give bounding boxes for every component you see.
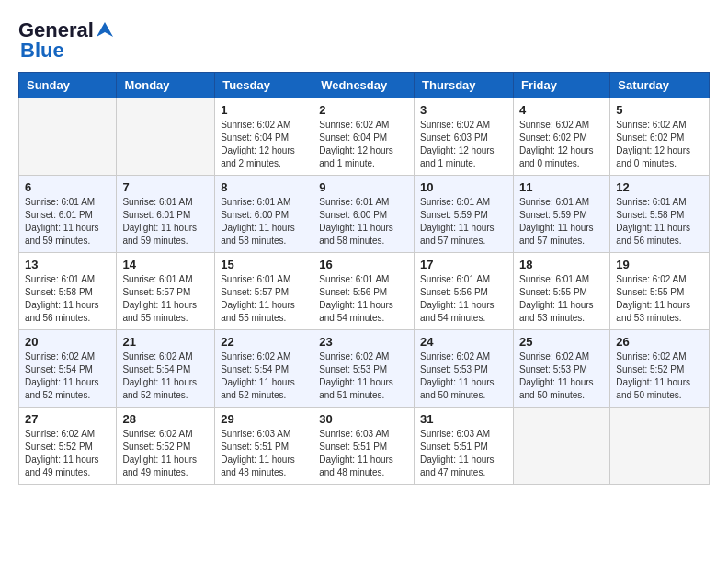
calendar-day: 9Sunrise: 6:01 AM Sunset: 6:00 PM Daylig…: [313, 176, 415, 253]
calendar-day: 18Sunrise: 6:01 AM Sunset: 5:55 PM Dayli…: [513, 253, 609, 330]
day-number: 11: [519, 180, 604, 194]
calendar-day: 13Sunrise: 6:01 AM Sunset: 5:58 PM Dayli…: [19, 253, 117, 330]
calendar-day: 14Sunrise: 6:01 AM Sunset: 5:57 PM Dayli…: [117, 253, 215, 330]
day-info: Sunrise: 6:02 AM Sunset: 5:54 PM Dayligh…: [221, 350, 307, 402]
calendar-day: [513, 408, 609, 485]
day-info: Sunrise: 6:03 AM Sunset: 5:51 PM Dayligh…: [319, 428, 408, 479]
day-number: 5: [616, 103, 703, 117]
day-info: Sunrise: 6:01 AM Sunset: 5:59 PM Dayligh…: [420, 196, 507, 247]
day-number: 20: [25, 335, 110, 349]
day-info: Sunrise: 6:02 AM Sunset: 6:02 PM Dayligh…: [616, 119, 703, 170]
column-header-sunday: Sunday: [19, 73, 117, 98]
day-info: Sunrise: 6:02 AM Sunset: 6:04 PM Dayligh…: [319, 119, 408, 170]
calendar-day: 29Sunrise: 6:03 AM Sunset: 5:51 PM Dayli…: [215, 408, 313, 485]
calendar-day: 17Sunrise: 6:01 AM Sunset: 5:56 PM Dayli…: [415, 253, 514, 330]
calendar-day: 23Sunrise: 6:02 AM Sunset: 5:53 PM Dayli…: [313, 330, 415, 408]
day-number: 16: [319, 258, 408, 271]
calendar-day: 31Sunrise: 6:03 AM Sunset: 5:51 PM Dayli…: [415, 408, 514, 485]
day-number: 15: [221, 258, 307, 271]
day-number: 30: [319, 412, 408, 426]
day-number: 7: [122, 180, 209, 194]
day-number: 26: [616, 335, 703, 349]
day-number: 6: [25, 180, 110, 194]
calendar-day: 11Sunrise: 6:01 AM Sunset: 5:59 PM Dayli…: [513, 176, 609, 253]
day-number: 22: [221, 335, 307, 349]
day-number: 10: [420, 180, 507, 194]
column-header-wednesday: Wednesday: [313, 73, 415, 98]
calendar-week-4: 20Sunrise: 6:02 AM Sunset: 5:54 PM Dayli…: [19, 330, 710, 408]
calendar-day: 10Sunrise: 6:01 AM Sunset: 5:59 PM Dayli…: [415, 176, 514, 253]
day-info: Sunrise: 6:01 AM Sunset: 6:00 PM Dayligh…: [221, 196, 307, 247]
calendar-day: 4Sunrise: 6:02 AM Sunset: 6:02 PM Daylig…: [513, 98, 609, 176]
day-number: 27: [25, 412, 110, 426]
day-info: Sunrise: 6:02 AM Sunset: 5:52 PM Dayligh…: [616, 350, 703, 402]
calendar-day: 3Sunrise: 6:02 AM Sunset: 6:03 PM Daylig…: [415, 98, 514, 176]
day-info: Sunrise: 6:03 AM Sunset: 5:51 PM Dayligh…: [221, 428, 307, 479]
day-info: Sunrise: 6:02 AM Sunset: 6:04 PM Dayligh…: [221, 119, 307, 170]
calendar-day: 12Sunrise: 6:01 AM Sunset: 5:58 PM Dayli…: [610, 176, 710, 253]
calendar-day: 21Sunrise: 6:02 AM Sunset: 5:54 PM Dayli…: [117, 330, 215, 408]
day-number: 4: [519, 103, 604, 117]
logo-blue-text: Blue: [20, 39, 64, 63]
day-info: Sunrise: 6:02 AM Sunset: 5:52 PM Dayligh…: [25, 428, 110, 479]
calendar-day: 1Sunrise: 6:02 AM Sunset: 6:04 PM Daylig…: [215, 98, 313, 176]
day-info: Sunrise: 6:03 AM Sunset: 5:51 PM Dayligh…: [420, 428, 507, 479]
calendar-day: 25Sunrise: 6:02 AM Sunset: 5:53 PM Dayli…: [513, 330, 609, 408]
calendar-day: [117, 98, 215, 176]
day-number: 18: [519, 258, 604, 271]
day-number: 19: [616, 258, 703, 271]
day-number: 8: [221, 180, 307, 194]
day-info: Sunrise: 6:02 AM Sunset: 6:03 PM Dayligh…: [420, 119, 507, 170]
calendar-day: 7Sunrise: 6:01 AM Sunset: 6:01 PM Daylig…: [117, 176, 215, 253]
calendar-day: [19, 98, 117, 176]
day-number: 31: [420, 412, 507, 426]
day-info: Sunrise: 6:02 AM Sunset: 5:53 PM Dayligh…: [519, 350, 604, 402]
column-header-friday: Friday: [513, 73, 609, 98]
day-number: 14: [122, 258, 209, 271]
day-number: 9: [319, 180, 408, 194]
day-info: Sunrise: 6:01 AM Sunset: 5:57 PM Dayligh…: [122, 273, 209, 325]
logo: General Blue: [18, 18, 116, 63]
calendar-day: 5Sunrise: 6:02 AM Sunset: 6:02 PM Daylig…: [610, 98, 710, 176]
calendar-day: 26Sunrise: 6:02 AM Sunset: 5:52 PM Dayli…: [610, 330, 710, 408]
calendar-day: 16Sunrise: 6:01 AM Sunset: 5:56 PM Dayli…: [313, 253, 415, 330]
svg-marker-0: [97, 22, 113, 37]
calendar-header: SundayMondayTuesdayWednesdayThursdayFrid…: [19, 73, 710, 98]
calendar-day: 27Sunrise: 6:02 AM Sunset: 5:52 PM Dayli…: [19, 408, 117, 485]
day-number: 24: [420, 335, 507, 349]
calendar-day: 24Sunrise: 6:02 AM Sunset: 5:53 PM Dayli…: [415, 330, 514, 408]
day-number: 13: [25, 258, 110, 271]
day-info: Sunrise: 6:01 AM Sunset: 5:58 PM Dayligh…: [616, 196, 703, 247]
day-info: Sunrise: 6:02 AM Sunset: 5:53 PM Dayligh…: [420, 350, 507, 402]
day-number: 23: [319, 335, 408, 349]
calendar-day: 15Sunrise: 6:01 AM Sunset: 5:57 PM Dayli…: [215, 253, 313, 330]
day-info: Sunrise: 6:02 AM Sunset: 6:02 PM Dayligh…: [519, 119, 604, 170]
calendar-day: 8Sunrise: 6:01 AM Sunset: 6:00 PM Daylig…: [215, 176, 313, 253]
day-info: Sunrise: 6:02 AM Sunset: 5:53 PM Dayligh…: [319, 350, 408, 402]
calendar-body: 1Sunrise: 6:02 AM Sunset: 6:04 PM Daylig…: [19, 98, 710, 485]
day-number: 17: [420, 258, 507, 271]
day-info: Sunrise: 6:01 AM Sunset: 6:00 PM Dayligh…: [319, 196, 408, 247]
day-number: 29: [221, 412, 307, 426]
column-header-monday: Monday: [117, 73, 215, 98]
day-number: 3: [420, 103, 507, 117]
day-number: 25: [519, 335, 604, 349]
calendar-week-3: 13Sunrise: 6:01 AM Sunset: 5:58 PM Dayli…: [19, 253, 710, 330]
calendar-week-2: 6Sunrise: 6:01 AM Sunset: 6:01 PM Daylig…: [19, 176, 710, 253]
day-number: 28: [122, 412, 209, 426]
calendar-day: 30Sunrise: 6:03 AM Sunset: 5:51 PM Dayli…: [313, 408, 415, 485]
column-header-thursday: Thursday: [415, 73, 514, 98]
day-info: Sunrise: 6:01 AM Sunset: 5:57 PM Dayligh…: [221, 273, 307, 325]
calendar-day: [610, 408, 710, 485]
calendar-week-1: 1Sunrise: 6:02 AM Sunset: 6:04 PM Daylig…: [19, 98, 710, 176]
day-number: 21: [122, 335, 209, 349]
calendar-week-5: 27Sunrise: 6:02 AM Sunset: 5:52 PM Dayli…: [19, 408, 710, 485]
calendar-day: 19Sunrise: 6:02 AM Sunset: 5:55 PM Dayli…: [610, 253, 710, 330]
day-number: 1: [221, 103, 307, 117]
day-info: Sunrise: 6:02 AM Sunset: 5:54 PM Dayligh…: [122, 350, 209, 402]
calendar-day: 20Sunrise: 6:02 AM Sunset: 5:54 PM Dayli…: [19, 330, 117, 408]
day-info: Sunrise: 6:02 AM Sunset: 5:54 PM Dayligh…: [25, 350, 110, 402]
day-info: Sunrise: 6:01 AM Sunset: 5:56 PM Dayligh…: [420, 273, 507, 325]
calendar-table: SundayMondayTuesdayWednesdayThursdayFrid…: [18, 72, 710, 485]
calendar-day: 22Sunrise: 6:02 AM Sunset: 5:54 PM Dayli…: [215, 330, 313, 408]
